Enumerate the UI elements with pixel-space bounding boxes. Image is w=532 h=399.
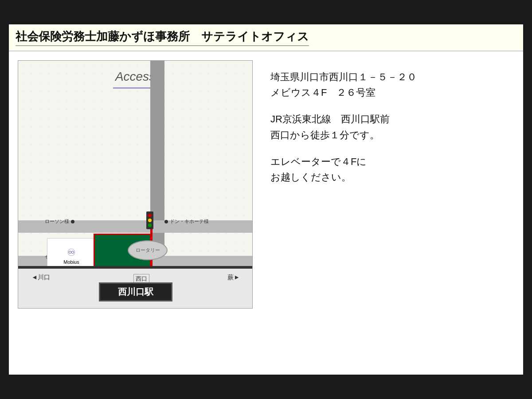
- access-block: JR京浜東北線 西川口駅前 西口から徒歩１分です。: [270, 111, 510, 142]
- lawson-landmark: ローソン様: [45, 218, 74, 225]
- info-section: 埼玉県川口市西川口１－５－２０ メビウス４F ２６号室 JR京浜東北線 西川口駅…: [266, 60, 514, 366]
- rotary: ロータリー: [128, 240, 168, 260]
- access-title: Access: [115, 70, 155, 84]
- address-line1: 埼玉県川口市西川口１－５－２０: [270, 69, 510, 85]
- elevator-line1: エレベーターで４Fに: [270, 154, 510, 169]
- map-section: Access: [18, 60, 253, 366]
- page-container: 社会保険労務士加藤かずほ事務所 サテライトオフィス Access: [0, 0, 532, 399]
- traffic-light: [146, 211, 153, 229]
- main-content: Access: [9, 51, 523, 375]
- mobius-label: Mobius: [63, 259, 79, 265]
- donki-label: ドン・キホーテ様: [170, 218, 209, 225]
- address-block: 埼玉県川口市西川口１－５－２０ メビウス４F ２６号室: [270, 69, 510, 100]
- map-container: Access: [18, 60, 253, 309]
- elevator-block: エレベーターで４Fに お越しください。: [270, 154, 510, 185]
- light-red: [148, 214, 152, 217]
- arrow-left-label: ◄川口: [31, 274, 50, 282]
- elevator-line2: お越しください。: [270, 169, 510, 185]
- mobius-symbol: ♾: [67, 247, 76, 258]
- top-bar: [0, 0, 532, 24]
- arrow-right-label: 蕨►: [227, 274, 240, 282]
- content-area: 社会保険労務士加藤かずほ事務所 サテライトオフィス Access: [9, 24, 523, 375]
- lawson-dot: [71, 220, 74, 223]
- bottom-bar: [0, 375, 532, 399]
- station-label: 西川口駅: [99, 282, 172, 301]
- light-green: [148, 223, 152, 227]
- address-line2: メビウス４F ２６号室: [270, 85, 510, 100]
- lawson-label: ローソン様: [45, 218, 69, 225]
- title-bar: 社会保険労務士加藤かずほ事務所 サテライトオフィス: [9, 24, 523, 51]
- station-area: 西口 ◄川口 蕨► 西川口駅: [18, 266, 253, 308]
- donki-dot: [164, 220, 168, 223]
- access-line2: 西口から徒歩１分です。: [270, 127, 510, 143]
- donki-landmark: ドン・キホーテ様: [164, 218, 209, 225]
- rotary-label: ロータリー: [136, 247, 160, 254]
- access-line1: JR京浜東北線 西川口駅前: [270, 111, 510, 127]
- page-title: 社会保険労務士加藤かずほ事務所 サテライトオフィス: [16, 29, 309, 46]
- light-yellow: [148, 219, 152, 222]
